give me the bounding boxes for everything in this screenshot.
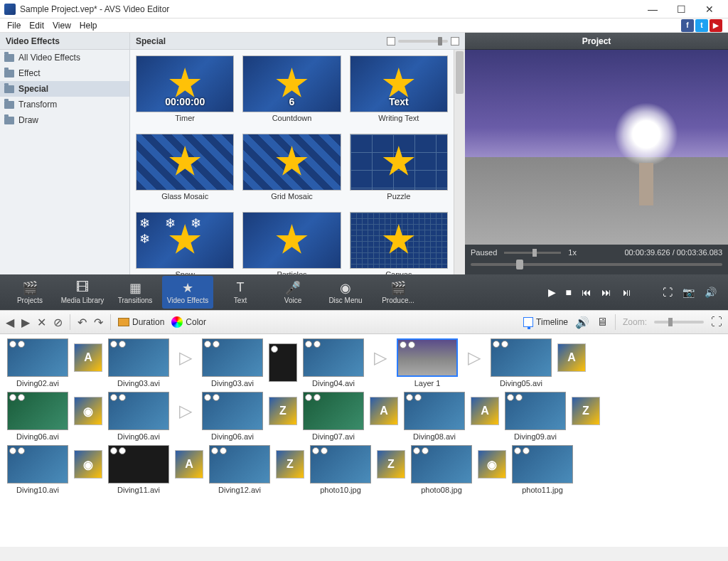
effect-grid-mosaic[interactable]: Grid Mosaic	[242, 134, 341, 205]
undo-button[interactable]: ↶	[77, 316, 87, 329]
next-frame-button[interactable]: ⏭	[601, 287, 611, 298]
clip-item[interactable]: Diving02.avi	[7, 338, 68, 388]
clip-item[interactable]: Diving12.avi	[209, 445, 270, 494]
clip-item[interactable]: photo08.jpg	[411, 445, 472, 494]
clip-thumb	[202, 392, 263, 430]
transition-thumb[interactable]: Z	[276, 450, 304, 479]
delete-button[interactable]: ✕	[37, 316, 46, 329]
transition-placeholder[interactable]: ▷	[464, 343, 485, 372]
transition-thumb[interactable]: A	[74, 343, 102, 372]
transition-thumb[interactable]: ◉	[74, 450, 102, 479]
storyboard[interactable]: Diving02.aviADiving03.avi▷Diving03.aviDi…	[0, 334, 728, 547]
duration-button[interactable]: Duration	[118, 317, 164, 327]
effect-snow[interactable]: Snow	[136, 212, 234, 274]
menu-edit[interactable]: Edit	[25, 21, 48, 31]
view-small-icon[interactable]	[387, 37, 395, 46]
play-button[interactable]: ▶	[548, 287, 556, 298]
folder-icon	[4, 54, 14, 62]
clip-item[interactable]: Diving03.avi	[108, 338, 169, 388]
thumb-size-slider[interactable]	[398, 40, 448, 43]
clip-item[interactable]: photo11.jpg	[512, 445, 573, 494]
transition-placeholder[interactable]: ▷	[175, 397, 196, 425]
effects-category-title: Special	[136, 36, 166, 46]
clip-item[interactable]: Diving03.avi	[202, 338, 263, 388]
clip-item[interactable]: Diving06.avi	[108, 392, 169, 441]
clear-button[interactable]: ⊘	[53, 316, 63, 329]
audio-button[interactable]: 🔊	[575, 316, 589, 329]
menu-view[interactable]: View	[48, 21, 75, 31]
facebook-icon[interactable]: f	[681, 19, 694, 32]
clip-item[interactable]: Diving06.avi	[202, 392, 263, 441]
close-button[interactable]: ✕	[695, 1, 724, 18]
transition-placeholder[interactable]: ▷	[175, 343, 196, 372]
zoom-slider[interactable]	[654, 321, 704, 324]
clip-item[interactable]	[269, 338, 297, 382]
transition-thumb[interactable]: A	[175, 450, 203, 479]
maximize-button[interactable]: ☐	[667, 1, 695, 18]
clip-item[interactable]: Diving07.avi	[303, 392, 364, 441]
sidebar-item-all-video-effects[interactable]: All Video Effects	[0, 50, 129, 65]
transition-thumb[interactable]: A	[557, 343, 586, 372]
transition-placeholder[interactable]: ▷	[370, 343, 391, 372]
youtube-icon[interactable]: ▶	[710, 19, 722, 32]
monitor-button[interactable]: 🖥	[596, 316, 608, 328]
transition-thumb[interactable]: A	[471, 397, 499, 425]
clip-item[interactable]: Layer 1	[397, 338, 458, 388]
clip-item[interactable]: photo10.jpg	[310, 445, 371, 494]
clip-item[interactable]: Diving09.avi	[505, 392, 566, 441]
clip-item[interactable]: Diving05.avi	[491, 338, 552, 388]
twitter-icon[interactable]: t	[695, 19, 708, 32]
effects-scrollbar[interactable]	[454, 50, 465, 274]
fit-button[interactable]: ⛶	[711, 316, 722, 328]
toolbar-voice[interactable]: 🎤Voice	[267, 276, 318, 309]
seek-slider[interactable]	[471, 263, 722, 266]
clip-item[interactable]: Diving08.avi	[404, 392, 465, 441]
speed-slider[interactable]	[504, 252, 561, 254]
sidebar-item-draw[interactable]: Draw	[0, 112, 129, 128]
effect-writing-text[interactable]: TextWriting Text	[350, 55, 448, 127]
menu-help[interactable]: Help	[75, 21, 102, 31]
stop-button[interactable]: ■	[566, 287, 572, 298]
effect-countdown[interactable]: 6Countdown	[242, 55, 341, 127]
toolbar-transitions[interactable]: ▦Transitions	[109, 276, 161, 309]
sidebar-item-special[interactable]: Special	[0, 81, 129, 97]
toolbar-video-effects[interactable]: ★Video Effects	[162, 276, 213, 309]
clip-item[interactable]: Diving04.avi	[303, 338, 364, 388]
volume-button[interactable]: 🔊	[705, 287, 717, 298]
sidebar-item-effect[interactable]: Effect	[0, 65, 129, 81]
prev-frame-button[interactable]: ⏮	[582, 287, 592, 298]
transition-thumb[interactable]: Z	[377, 450, 405, 479]
menu-file[interactable]: File	[3, 21, 25, 31]
redo-button[interactable]: ↷	[94, 316, 103, 329]
sidebar-item-transform[interactable]: Transform	[0, 97, 129, 112]
view-large-icon[interactable]	[451, 37, 459, 46]
effect-canvas[interactable]: Canvas	[350, 212, 448, 274]
clip-item[interactable]: Diving06.avi	[7, 392, 68, 441]
transition-thumb[interactable]: ◉	[478, 450, 506, 479]
effect-glass-mosaic[interactable]: Glass Mosaic	[136, 134, 234, 205]
clip-item[interactable]: Diving10.avi	[7, 445, 68, 494]
toolbar-text[interactable]: TText	[215, 276, 266, 309]
effect-timer[interactable]: 00:00:00Timer	[136, 55, 234, 127]
minimize-button[interactable]: —	[638, 1, 667, 18]
toolbar-produce[interactable]: 🎬Produce...	[373, 276, 424, 309]
snapshot-button[interactable]: 📷	[682, 287, 695, 298]
transition-thumb[interactable]: A	[370, 397, 398, 425]
effect-puzzle[interactable]: Puzzle	[350, 134, 448, 205]
toolbar-media-library[interactable]: 🎞Media Library	[57, 276, 108, 309]
nav-back-button[interactable]: ◀	[6, 316, 14, 329]
effect-thumb: 6	[242, 55, 341, 112]
clip-item[interactable]: Diving11.avi	[108, 445, 169, 494]
frame-step-button[interactable]: ⏯	[621, 287, 631, 298]
toolbar-projects[interactable]: 🎬Projects	[4, 276, 55, 309]
nav-forward-button[interactable]: ▶	[21, 316, 30, 329]
transition-thumb[interactable]: Z	[269, 397, 297, 425]
timeline-toggle[interactable]: Timeline	[523, 317, 568, 327]
transition-thumb[interactable]: Z	[572, 397, 600, 425]
fullscreen-button[interactable]: ⛶	[663, 287, 673, 298]
preview-viewport[interactable]	[465, 50, 728, 245]
color-button[interactable]: Color	[171, 316, 206, 328]
effect-particles[interactable]: Particles	[242, 212, 341, 274]
transition-thumb[interactable]: ◉	[74, 397, 102, 425]
toolbar-disc-menu[interactable]: ◉Disc Menu	[320, 276, 371, 309]
